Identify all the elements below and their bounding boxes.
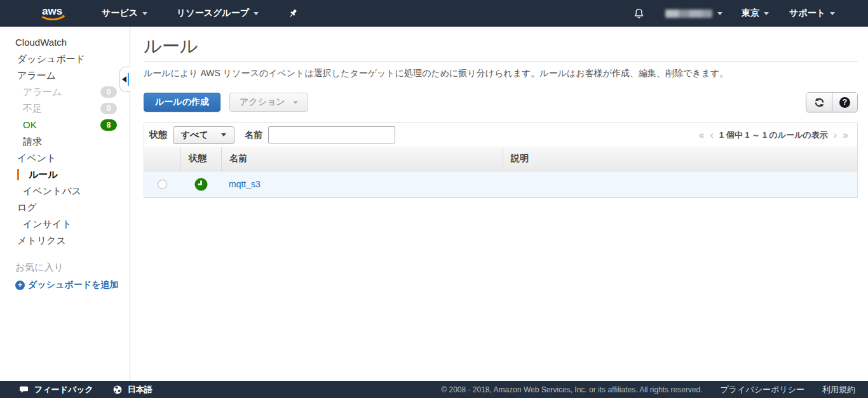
actions-label: アクション — [240, 96, 285, 108]
chevron-down-icon — [293, 101, 298, 104]
page-title: ルール — [144, 27, 858, 62]
help-icon: ? — [839, 97, 850, 108]
first-page-button[interactable]: « — [699, 130, 705, 140]
row-radio-button[interactable] — [158, 180, 167, 189]
count-badge: 0 — [100, 86, 117, 98]
count-badge: 0 — [100, 103, 117, 114]
sidebar-item-events[interactable]: イベント — [0, 150, 130, 166]
terms-of-use-link[interactable]: 利用規約 — [822, 384, 855, 395]
chevron-down-icon — [764, 12, 769, 15]
status-filter-value: すべて — [181, 129, 208, 141]
sidebar-item-label: 不足 — [23, 103, 42, 114]
pagination-text: 1 個中 1 ～ 1 のルールの表示 — [719, 129, 828, 141]
sidebar-item-billing[interactable]: 請求 — [0, 133, 130, 150]
sidebar: CloudWatch ダッシュボード アラーム アラーム 0 不足 0 OK 8… — [0, 27, 130, 381]
filter-row: 状態 すべて 名前 « ‹ 1 個中 1 ～ 1 のルールの表示 › » — [144, 123, 857, 147]
name-filter-input[interactable] — [268, 126, 395, 143]
copyright-text: © 2008 - 2018, Amazon Web Services, Inc.… — [441, 385, 702, 394]
page-description: ルールにより AWS リソースのイベントは選択したターゲットに処理のために振り分… — [144, 67, 858, 79]
name-filter-label: 名前 — [245, 129, 262, 141]
sidebar-item-dashboards[interactable]: ダッシュボード — [0, 51, 130, 67]
chevron-left-icon — [122, 76, 126, 83]
globe-icon — [112, 385, 123, 395]
select-column-header — [144, 147, 180, 171]
actions-dropdown-button[interactable]: アクション — [229, 93, 308, 112]
sidebar-item-metrics[interactable]: メトリクス — [0, 232, 130, 249]
sidebar-item-alarms[interactable]: アラーム — [0, 67, 130, 84]
sidebar-item-logs[interactable]: ログ — [0, 199, 130, 216]
sidebar-favorites-heading: お気に入り — [0, 259, 130, 275]
language-label: 日本語 — [128, 384, 153, 395]
help-button[interactable]: ? — [832, 93, 857, 112]
top-navigation-bar: aws サービス リソースグループ — [0, 0, 868, 27]
chevron-down-icon — [254, 12, 259, 15]
sidebar-collapse-button[interactable] — [119, 67, 131, 92]
feedback-label: フィードバック — [34, 384, 93, 395]
name-column-header: 名前 — [221, 147, 503, 171]
region-label: 東京 — [742, 8, 759, 19]
privacy-policy-link[interactable]: プライバシーポリシー — [721, 384, 804, 395]
sidebar-item-rules[interactable]: ルール — [0, 166, 130, 183]
aws-logo-icon: aws — [38, 3, 69, 23]
sidebar-item-insufficient[interactable]: 不足 0 — [0, 100, 130, 117]
chevron-down-icon — [830, 12, 835, 15]
add-dashboard-link[interactable]: + ダッシュボードを追加 — [0, 279, 130, 291]
aws-logo[interactable]: aws — [38, 3, 69, 23]
rules-panel: 状態 すべて 名前 « ‹ 1 個中 1 ～ 1 のルールの表示 › » 状態 … — [144, 123, 858, 198]
account-menu[interactable] — [645, 10, 722, 18]
account-name-masked — [665, 10, 712, 18]
rule-enabled-status-icon — [194, 178, 208, 191]
sidebar-item-label: アラーム — [23, 86, 62, 97]
refresh-button[interactable] — [806, 93, 832, 112]
feedback-button[interactable]: フィードバック — [19, 384, 93, 395]
svg-text:aws: aws — [42, 5, 62, 17]
sidebar-item-alarm-state[interactable]: アラーム 0 — [0, 84, 130, 100]
create-rule-button[interactable]: ルールの作成 — [144, 93, 220, 112]
table-header: 状態 名前 説明 — [144, 147, 857, 171]
bell-icon — [633, 8, 645, 20]
sidebar-item-insights[interactable]: インサイト — [0, 216, 130, 232]
nav-resource-groups-menu[interactable]: リソースグループ — [177, 8, 259, 19]
nav-resource-groups-label: リソースグループ — [177, 8, 249, 19]
collapse-accent-bar — [128, 73, 129, 86]
support-label: サポート — [789, 8, 825, 19]
nav-services-menu[interactable]: サービス — [102, 8, 147, 19]
toolbar-icon-group: ? — [806, 92, 858, 112]
rule-name-link[interactable]: mqtt_s3 — [229, 179, 261, 189]
status-filter-dropdown[interactable]: すべて — [173, 126, 234, 144]
actions-toolbar: ルールの作成 アクション ? — [144, 93, 858, 112]
plus-circle-icon: + — [15, 281, 25, 290]
sidebar-item-cloudwatch[interactable]: CloudWatch — [0, 34, 130, 51]
previous-page-button[interactable]: ‹ — [710, 130, 713, 140]
chevron-down-icon — [717, 12, 722, 15]
pushpin-icon — [288, 8, 299, 19]
sidebar-item-ok[interactable]: OK 8 — [0, 117, 130, 133]
row-select-cell — [144, 180, 180, 189]
notifications-button[interactable] — [633, 8, 645, 20]
pagination: « ‹ 1 個中 1 ～ 1 のルールの表示 › » — [699, 129, 848, 141]
nav-services-label: サービス — [102, 8, 138, 19]
table-row: mqtt_s3 — [144, 171, 857, 197]
sidebar-item-label: ルール — [23, 169, 58, 180]
add-dashboard-label: ダッシュボードを追加 — [28, 279, 118, 291]
row-name-cell: mqtt_s3 — [221, 179, 503, 189]
pin-shortcut-button[interactable] — [288, 8, 299, 19]
status-column-header: 状態 — [180, 147, 221, 171]
count-badge: 8 — [100, 119, 117, 131]
language-selector[interactable]: 日本語 — [112, 384, 153, 395]
footer-right-group: © 2008 - 2018, Amazon Web Services, Inc.… — [441, 384, 868, 395]
support-menu[interactable]: サポート — [789, 8, 835, 19]
sidebar-item-label: OK — [23, 119, 37, 130]
chevron-down-icon — [221, 133, 226, 136]
speech-bubble-icon — [19, 385, 29, 395]
next-page-button[interactable]: › — [834, 130, 837, 140]
sidebar-item-event-buses[interactable]: イベントバス — [0, 183, 130, 199]
last-page-button[interactable]: » — [843, 130, 848, 140]
top-nav-right-group: 東京 サポート — [633, 8, 868, 20]
description-column-header: 説明 — [503, 147, 857, 171]
status-filter-label: 状態 — [149, 129, 167, 141]
refresh-icon — [814, 97, 825, 108]
chevron-down-icon — [142, 12, 147, 15]
footer: フィードバック 日本語 © 2008 - 2018, Amazon Web Se… — [0, 381, 868, 398]
region-menu[interactable]: 東京 — [742, 8, 769, 19]
